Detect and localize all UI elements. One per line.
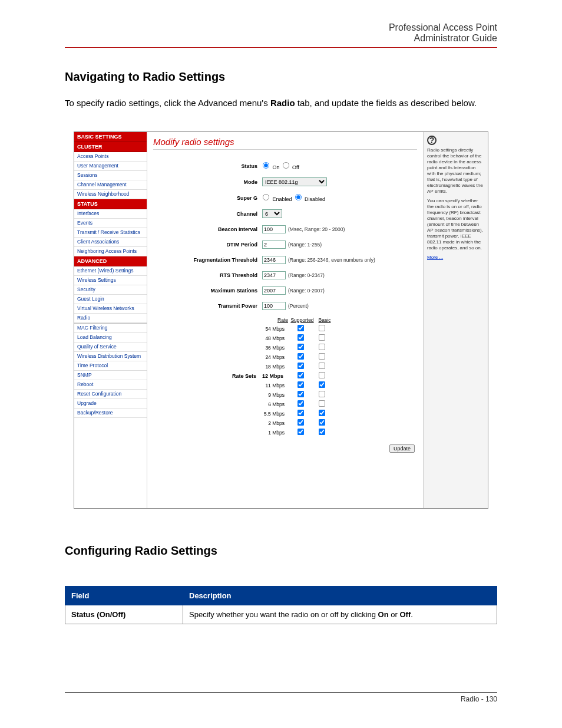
rate-basic-checkbox[interactable]: [318, 381, 325, 388]
rate-row: 18 Mbps: [153, 362, 417, 371]
nav-item[interactable]: Neighboring Access Points: [74, 247, 147, 256]
nav-item[interactable]: Guest Login: [74, 295, 147, 304]
td-field-status: Status (On/Off): [65, 605, 183, 624]
frag-input[interactable]: [262, 256, 286, 264]
nav-item[interactable]: Load Balancing: [74, 333, 147, 342]
nav-item[interactable]: Transmit / Receive Statistics: [74, 228, 147, 238]
superg-enabled[interactable]: Enabled: [262, 193, 292, 202]
rate-supported-checkbox[interactable]: [297, 353, 303, 360]
status-off[interactable]: Off: [282, 162, 299, 170]
nav-item[interactable]: Reset Configuration: [74, 390, 147, 399]
help-more-link[interactable]: More ...: [427, 255, 443, 260]
rate-basic-checkbox[interactable]: [318, 353, 325, 360]
help-text-2: You can specify whether the radio is on …: [427, 198, 484, 251]
nav-item[interactable]: MAC Filtering: [74, 324, 147, 333]
intro-paragraph: To specify radio settings, click the Adv…: [65, 98, 497, 108]
nav-item[interactable]: Ethernet (Wired) Settings: [74, 266, 147, 276]
rate-supported-checkbox[interactable]: [297, 429, 303, 435]
rate-basic-checkbox[interactable]: [318, 363, 325, 369]
mode-select[interactable]: IEEE 802.11g: [262, 177, 327, 186]
dtim-input[interactable]: [262, 241, 286, 249]
rate-basic-checkbox[interactable]: [318, 334, 325, 341]
rate-supported-checkbox[interactable]: [297, 400, 303, 407]
beacon-row: Beacon Interval (Msec, Range: 20 - 2000): [153, 225, 417, 233]
channel-select[interactable]: 6: [262, 209, 282, 218]
rate-basic-checkbox[interactable]: [318, 344, 325, 350]
form-panel: Modify radio settings Status On Off Mode…: [147, 132, 423, 508]
nav-item[interactable]: Wireless Distribution System: [74, 352, 147, 361]
section-config-title: Configuring Radio Settings: [65, 544, 497, 558]
nav-item[interactable]: User Management: [74, 162, 147, 171]
nav-item[interactable]: Quality of Service: [74, 342, 147, 352]
frag-row: Fragmentation Threshold (Range: 256-2346…: [153, 256, 417, 264]
txpwr-input[interactable]: [262, 302, 286, 310]
rate-supported-checkbox[interactable]: [297, 363, 303, 369]
rate-sets: 54 Mbps48 Mbps36 Mbps24 Mbps18 MbpsRate …: [153, 324, 417, 437]
nav-item[interactable]: Upgrade: [74, 399, 147, 409]
nav-item[interactable]: Radio: [74, 314, 147, 323]
nav-header[interactable]: CLUSTER: [74, 142, 147, 152]
page-header: Professional Access Point Administrator …: [65, 22, 497, 48]
status-row: Status On Off: [153, 162, 417, 170]
help-panel: ? Radio settings directly control the be…: [423, 132, 488, 508]
rate-basic-checkbox[interactable]: [318, 419, 325, 426]
nav-item[interactable]: Security: [74, 285, 147, 295]
rate-supported-checkbox[interactable]: [297, 381, 303, 388]
header-line2: Administrator Guide: [65, 33, 497, 44]
rate-row: 48 Mbps: [153, 334, 417, 342]
nav-item[interactable]: Virtual Wireless Networks: [74, 304, 147, 314]
status-on[interactable]: On: [262, 162, 280, 170]
rate-row: 24 Mbps: [153, 353, 417, 361]
rate-row: 5.5 Mbps: [153, 409, 417, 418]
nav-item[interactable]: Interfaces: [74, 209, 147, 219]
rate-basic-checkbox[interactable]: [318, 391, 325, 397]
rate-header: Rate Supported Basic: [267, 317, 417, 323]
maxsta-row: Maximum Stations (Range: 0-2007): [153, 286, 417, 295]
nav-item[interactable]: Client Associations: [74, 238, 147, 247]
rate-basic-checkbox[interactable]: [318, 400, 325, 407]
nav-item[interactable]: SNMP: [74, 371, 147, 380]
nav-header[interactable]: BASIC SETTINGS: [74, 132, 147, 142]
th-desc: Description: [183, 587, 497, 605]
maxsta-input[interactable]: [262, 286, 286, 295]
nav-item[interactable]: Channel Management: [74, 180, 147, 190]
txpwr-row: Transmit Power (Percent): [153, 302, 417, 310]
nav-item[interactable]: Access Points: [74, 152, 147, 162]
config-table: Field Description Status (On/Off) Specif…: [65, 586, 497, 624]
rate-supported-checkbox[interactable]: [297, 334, 303, 341]
th-field: Field: [65, 587, 183, 605]
nav-item[interactable]: Wireless Neighborhood: [74, 190, 147, 199]
rate-supported-checkbox[interactable]: [297, 372, 303, 378]
rate-supported-checkbox[interactable]: [297, 325, 303, 331]
channel-row: Channel 6: [153, 209, 417, 218]
rate-basic-checkbox[interactable]: [318, 429, 325, 435]
rate-basic-checkbox[interactable]: [318, 372, 325, 378]
superg-disabled[interactable]: Disabled: [295, 193, 326, 202]
update-button[interactable]: Update: [389, 444, 415, 453]
header-line1: Professional Access Point: [65, 22, 497, 33]
rate-supported-checkbox[interactable]: [297, 410, 303, 416]
superg-row: Super G Enabled Disabled: [153, 193, 417, 202]
nav-item[interactable]: Backup/Restore: [74, 409, 147, 418]
rts-row: RTS Threshold (Range: 0-2347): [153, 271, 417, 279]
nav-item[interactable]: Time Protocol: [74, 361, 147, 371]
rts-input[interactable]: [262, 271, 286, 279]
rate-row: 2 Mbps: [153, 419, 417, 427]
rate-basic-checkbox[interactable]: [318, 410, 325, 416]
rate-row: 36 Mbps: [153, 343, 417, 352]
rate-row: 11 Mbps: [153, 381, 417, 390]
rate-basic-checkbox[interactable]: [318, 325, 325, 331]
nav-header[interactable]: ADVANCED: [74, 256, 147, 266]
rate-supported-checkbox[interactable]: [297, 344, 303, 350]
nav-item[interactable]: Sessions: [74, 171, 147, 180]
nav-item[interactable]: Events: [74, 219, 147, 228]
nav-item[interactable]: Wireless Settings: [74, 276, 147, 285]
section-nav-title: Navigating to Radio Settings: [65, 70, 497, 84]
rate-supported-checkbox[interactable]: [297, 391, 303, 397]
beacon-input[interactable]: [262, 225, 286, 233]
rate-row: 9 Mbps: [153, 390, 417, 399]
rate-supported-checkbox[interactable]: [297, 419, 303, 426]
nav-item[interactable]: Reboot: [74, 380, 147, 390]
nav-header[interactable]: STATUS: [74, 199, 147, 209]
mode-row: Mode IEEE 802.11g: [153, 177, 417, 186]
